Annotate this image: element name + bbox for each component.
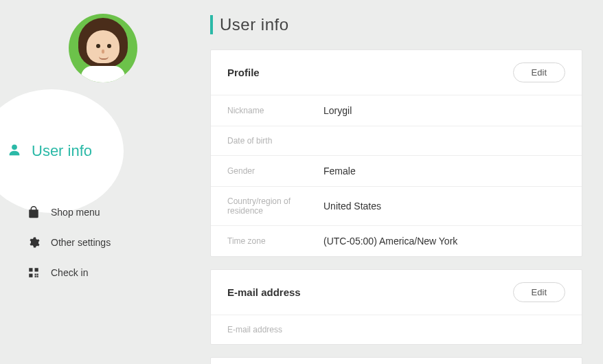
field-value: (UTC-05:00) America/New York	[323, 236, 457, 247]
sidebar: User info Shop menu Other settings C	[0, 0, 206, 364]
sidebar-item-shop-menu[interactable]: Shop menu	[27, 206, 111, 218]
svg-rect-7	[37, 274, 38, 275]
email-card: E-mail address Edit E-mail address	[210, 269, 582, 345]
edit-profile-button[interactable]: Edit	[513, 62, 565, 82]
sidebar-item-other-settings[interactable]: Other settings	[27, 236, 111, 249]
field-label: E-mail address	[227, 325, 323, 334]
sidebar-item-label: Shop menu	[51, 207, 100, 218]
svg-rect-6	[35, 276, 36, 277]
avatar[interactable]	[69, 14, 137, 82]
svg-rect-1	[29, 268, 32, 271]
profile-row-country: Country/region of residence United State…	[211, 186, 582, 225]
field-label: Nickname	[227, 106, 323, 115]
svg-rect-4	[35, 274, 36, 275]
field-value: United States	[323, 201, 381, 212]
sidebar-item-label: Other settings	[51, 237, 111, 248]
qr-icon	[27, 266, 40, 279]
field-label: Time zone	[227, 236, 323, 246]
field-label: Country/region of residence	[227, 196, 323, 216]
avatar-container	[0, 14, 206, 82]
profile-row-dob: Date of birth	[211, 126, 582, 155]
field-label: Date of birth	[227, 136, 323, 146]
svg-rect-5	[37, 276, 38, 277]
svg-rect-2	[35, 268, 38, 271]
email-row: E-mail address	[211, 315, 582, 344]
profile-row-timezone: Time zone (UTC-05:00) America/New York	[211, 225, 582, 256]
userid-card: User ID Edit	[210, 357, 582, 364]
user-icon	[7, 142, 22, 160]
profile-row-nickname: Nickname Lorygil	[211, 95, 582, 126]
sidebar-item-label: Check in	[51, 267, 88, 278]
field-value: Lorygil	[323, 105, 352, 116]
main-content: User info Profile Edit Nickname Lorygil …	[206, 0, 603, 364]
sidebar-item-user-info[interactable]: User info	[0, 89, 124, 213]
field-label: Gender	[227, 166, 323, 176]
field-value: Female	[323, 166, 356, 177]
page-title: User info	[220, 15, 289, 34]
svg-rect-3	[29, 274, 32, 277]
edit-email-button[interactable]: Edit	[513, 282, 565, 302]
bag-icon	[27, 206, 40, 218]
sidebar-item-check-in[interactable]: Check in	[27, 266, 111, 279]
profile-card: Profile Edit Nickname Lorygil Date of bi…	[210, 49, 582, 257]
sidebar-item-label: User info	[32, 142, 92, 160]
title-accent-bar	[210, 15, 213, 34]
profile-row-gender: Gender Female	[211, 155, 582, 186]
svg-point-0	[12, 144, 17, 150]
email-heading: E-mail address	[227, 286, 301, 298]
profile-heading: Profile	[227, 67, 260, 78]
gear-icon	[27, 236, 40, 249]
